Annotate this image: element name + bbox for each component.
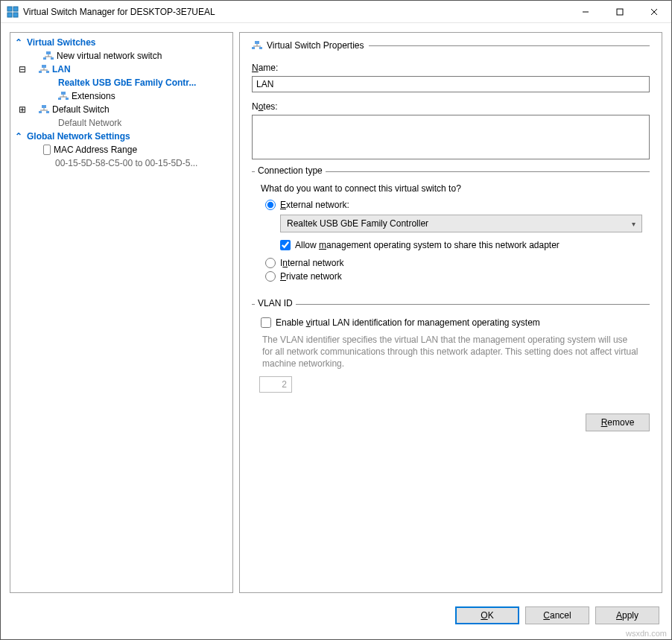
allow-mgmt-checkbox[interactable] — [280, 240, 291, 250]
switch-icon — [43, 51, 54, 60]
svg-rect-5 — [617, 9, 623, 15]
svg-rect-13 — [42, 65, 46, 68]
notes-label: Notes: — [252, 101, 650, 112]
collapse-icon: ⌃ — [15, 131, 22, 142]
svg-rect-16 — [39, 71, 42, 73]
tree-item-label: Default Switch — [52, 104, 110, 115]
section-title-label: Virtual Switch Properties — [267, 40, 364, 51]
svg-rect-22 — [66, 98, 69, 100]
app-icon — [7, 6, 19, 18]
allow-mgmt-row[interactable]: Allow management operating system to sha… — [280, 240, 642, 250]
divider — [369, 45, 650, 46]
radio-external-label: External network: — [280, 200, 349, 210]
tree-item-default-network[interactable]: Default Network — [10, 116, 232, 130]
svg-rect-23 — [42, 105, 46, 108]
radio-internal-row[interactable]: Internal network — [265, 258, 642, 268]
section-title-row: Virtual Switch Properties — [252, 40, 650, 51]
dialog-footer: OK Cancel Apply — [1, 602, 671, 639]
group-title: Connection type — [255, 165, 326, 176]
switch-icon — [39, 65, 49, 74]
connection-question: What do you want to connect this virtual… — [261, 183, 642, 194]
remove-button[interactable]: Remove — [586, 414, 650, 431]
tree-header-global[interactable]: ⌃ Global Network Settings — [10, 130, 232, 143]
tree-header-virtual-switches[interactable]: ⌃ Virtual Switches — [10, 36, 232, 49]
radio-external[interactable] — [265, 200, 276, 210]
radio-internal-label: Internal network — [280, 258, 343, 268]
external-subblock: Realtek USB GbE Family Controller ▾ Allo… — [280, 215, 642, 250]
vlan-enable-checkbox[interactable] — [261, 317, 271, 328]
tree-item-extensions[interactable]: Extensions — [10, 89, 232, 103]
switch-icon — [58, 92, 69, 101]
svg-rect-26 — [39, 111, 42, 113]
radio-external-row[interactable]: External network: — [265, 200, 642, 210]
tree-item-label: Realtek USB GbE Family Contr... — [58, 77, 196, 88]
switch-icon — [252, 41, 262, 50]
tree-item-label: LAN — [52, 64, 71, 75]
svg-rect-2 — [7, 13, 12, 17]
window-title: Virtual Switch Manager for DESKTOP-3E7UE… — [23, 7, 568, 17]
tree-header-label: Global Network Settings — [27, 131, 130, 142]
notes-textarea[interactable] — [252, 115, 650, 159]
svg-rect-8 — [46, 51, 51, 54]
group-title: VLAN ID — [255, 298, 296, 308]
svg-rect-17 — [46, 71, 49, 73]
name-input[interactable] — [252, 76, 650, 92]
svg-rect-27 — [46, 111, 49, 113]
tree-pane: ⌃ Virtual Switches New virtual network s… — [10, 32, 233, 593]
radio-private[interactable] — [265, 271, 276, 282]
tree-item-lan[interactable]: ⊟ LAN — [10, 63, 232, 76]
tree-item-label: 00-15-5D-58-C5-00 to 00-15-5D-5... — [55, 158, 197, 168]
content-area: ⌃ Virtual Switches New virtual network s… — [1, 23, 671, 602]
svg-rect-18 — [61, 92, 66, 95]
connection-type-group: Connection type What do you want to conn… — [252, 171, 650, 292]
vlan-group: VLAN ID Enable virtual LAN identificatio… — [252, 304, 650, 400]
close-button[interactable] — [637, 1, 671, 22]
cancel-button[interactable]: Cancel — [525, 606, 589, 624]
expand-icon[interactable]: ⊞ — [18, 104, 27, 115]
tree-item-label: MAC Address Range — [54, 145, 137, 155]
tree-item-label: Default Network — [58, 118, 121, 128]
remove-row: Remove — [252, 414, 650, 431]
switch-icon — [39, 105, 49, 114]
tree-item-new-switch[interactable]: New virtual network switch — [10, 49, 232, 63]
tree-item-lan-adapter[interactable]: Realtek USB GbE Family Contr... — [10, 76, 232, 89]
ok-button[interactable]: OK — [455, 606, 519, 624]
mac-range-icon — [43, 145, 51, 155]
name-label: Name: — [252, 63, 650, 73]
svg-rect-32 — [259, 47, 262, 49]
minimize-button[interactable] — [568, 1, 603, 22]
radio-private-label: Private network — [280, 271, 342, 282]
svg-rect-3 — [13, 13, 18, 17]
allow-mgmt-label: Allow management operating system to sha… — [295, 240, 560, 250]
collapse-icon: ⌃ — [15, 37, 22, 48]
radio-private-row[interactable]: Private network — [265, 271, 642, 282]
tree-item-mac-range[interactable]: MAC Address Range — [10, 143, 232, 156]
window-controls — [568, 1, 671, 22]
adapter-selected: Realtek USB GbE Family Controller — [287, 218, 428, 229]
vlan-enable-label: Enable virtual LAN identification for ma… — [276, 317, 540, 328]
vlan-id-input — [259, 376, 292, 393]
chevron-down-icon: ▾ — [632, 220, 635, 228]
svg-rect-1 — [13, 7, 18, 11]
tree-item-label: Extensions — [72, 91, 115, 101]
collapse-icon[interactable]: ⊟ — [18, 64, 27, 75]
svg-rect-28 — [255, 41, 259, 44]
tree-item-label: New virtual network switch — [57, 51, 162, 61]
vlan-enable-row[interactable]: Enable virtual LAN identification for ma… — [261, 317, 642, 328]
properties-pane: Virtual Switch Properties Name: Notes: C… — [239, 32, 662, 593]
tree-header-label: Virtual Switches — [27, 37, 95, 48]
tree-item-mac-range-value: 00-15-5D-58-C5-00 to 00-15-5D-5... — [10, 156, 232, 170]
adapter-dropdown[interactable]: Realtek USB GbE Family Controller ▾ — [280, 215, 642, 232]
apply-button[interactable]: Apply — [595, 606, 659, 624]
vlan-description: The VLAN identifier specifies the virtua… — [262, 334, 639, 370]
titlebar: Virtual Switch Manager for DESKTOP-3E7UE… — [1, 1, 671, 23]
virtual-switch-manager-window: Virtual Switch Manager for DESKTOP-3E7UE… — [0, 0, 672, 640]
radio-internal[interactable] — [265, 258, 276, 268]
svg-rect-0 — [7, 7, 12, 11]
svg-rect-11 — [43, 57, 46, 60]
watermark: wsxdn.com — [626, 629, 667, 638]
tree-item-default-switch[interactable]: ⊞ Default Switch — [10, 103, 232, 116]
svg-rect-21 — [58, 98, 61, 100]
maximize-button[interactable] — [603, 1, 637, 22]
svg-rect-31 — [252, 47, 255, 49]
